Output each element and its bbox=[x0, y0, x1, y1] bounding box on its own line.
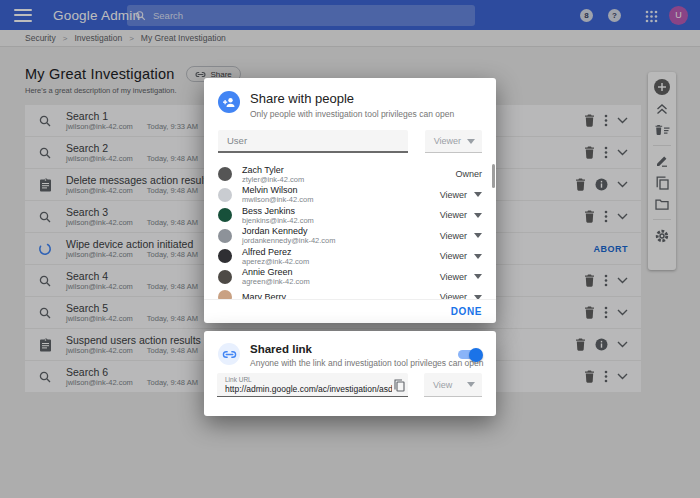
person-name: Annie Green bbox=[242, 267, 310, 277]
person-row: Jordan Kennedyjordankennedy@ink-42.com V… bbox=[204, 226, 496, 247]
role-dropdown-caret[interactable] bbox=[474, 274, 482, 279]
avatar bbox=[218, 270, 232, 284]
role-dropdown-caret[interactable] bbox=[474, 233, 482, 238]
person-name: Bess Jenkins bbox=[242, 206, 314, 216]
person-row: Alfred Perezaperez@ink-42.com Viewer bbox=[204, 246, 496, 267]
copy-icon[interactable] bbox=[394, 379, 405, 392]
shared-link-dialog: Shared link Anyone with the link and inv… bbox=[204, 331, 496, 416]
avatar bbox=[218, 167, 232, 181]
share-with-people-dialog: Share with people Only people with inves… bbox=[204, 78, 496, 323]
shared-link-toggle[interactable] bbox=[458, 350, 481, 359]
person-email: bjenkins@ink-42.com bbox=[242, 216, 314, 225]
person-email: ztyler@ink-42.com bbox=[242, 175, 304, 184]
dialog-title: Shared link bbox=[250, 343, 482, 355]
chevron-down-icon bbox=[467, 382, 475, 387]
link-url-field[interactable]: Link URL bbox=[217, 373, 408, 397]
person-role: Viewer bbox=[440, 251, 467, 261]
person-email: agreen@ink-42.com bbox=[242, 277, 310, 286]
user-input[interactable] bbox=[218, 130, 408, 153]
person-role: Owner bbox=[455, 169, 482, 179]
link-url-input[interactable] bbox=[225, 382, 392, 395]
role-dropdown-caret[interactable] bbox=[474, 192, 482, 197]
scrollbar-thumb[interactable] bbox=[492, 164, 495, 188]
person-role: Viewer bbox=[440, 231, 467, 241]
done-button[interactable]: DONE bbox=[451, 306, 482, 317]
dialog-title: Share with people bbox=[250, 91, 482, 106]
dialog-subtitle: Anyone with the link and investigation t… bbox=[250, 358, 482, 368]
person-name: Zach Tyler bbox=[242, 165, 304, 175]
person-email: aperez@ink-42.com bbox=[242, 257, 309, 266]
person-row: Melvin Wilsonmwilson@ink-42.com Viewer bbox=[204, 185, 496, 206]
admin-console-screen: Google Admin Search 8 ? U Security > Inv… bbox=[0, 0, 700, 498]
people-list: Zach Tylerztyler@ink-42.com Owner Melvin… bbox=[204, 164, 496, 300]
person-row: Bess Jenkinsbjenkins@ink-42.com Viewer bbox=[204, 205, 496, 226]
person-row: Zach Tylerztyler@ink-42.com Owner bbox=[204, 164, 496, 185]
person-role: Viewer bbox=[440, 190, 467, 200]
avatar bbox=[218, 229, 232, 243]
person-name: Melvin Wilson bbox=[242, 185, 313, 195]
person-name: Jordan Kennedy bbox=[242, 226, 336, 236]
person-role: Viewer bbox=[440, 210, 467, 220]
person-name: Alfred Perez bbox=[242, 247, 309, 257]
person-email: jordankennedy@ink-42.com bbox=[242, 236, 336, 245]
person-add-icon bbox=[218, 91, 240, 113]
role-dropdown-value: Viewer bbox=[434, 136, 461, 146]
person-email: mwilson@ink-42.com bbox=[242, 195, 313, 204]
role-dropdown-caret[interactable] bbox=[474, 254, 482, 259]
dialog-subtitle: Only people with investigation tool priv… bbox=[250, 109, 482, 119]
person-role: Viewer bbox=[440, 272, 467, 282]
view-dropdown-value: View bbox=[433, 380, 452, 390]
person-row: Annie Greenagreen@ink-42.com Viewer bbox=[204, 267, 496, 288]
toggle-knob bbox=[469, 348, 483, 362]
view-dropdown[interactable]: View bbox=[424, 373, 482, 397]
avatar bbox=[218, 249, 232, 263]
avatar bbox=[218, 188, 232, 202]
link-icon bbox=[218, 343, 240, 365]
role-dropdown[interactable]: Viewer bbox=[425, 130, 482, 153]
chevron-down-icon bbox=[467, 139, 475, 144]
role-dropdown-caret[interactable] bbox=[474, 213, 482, 218]
avatar bbox=[218, 208, 232, 222]
